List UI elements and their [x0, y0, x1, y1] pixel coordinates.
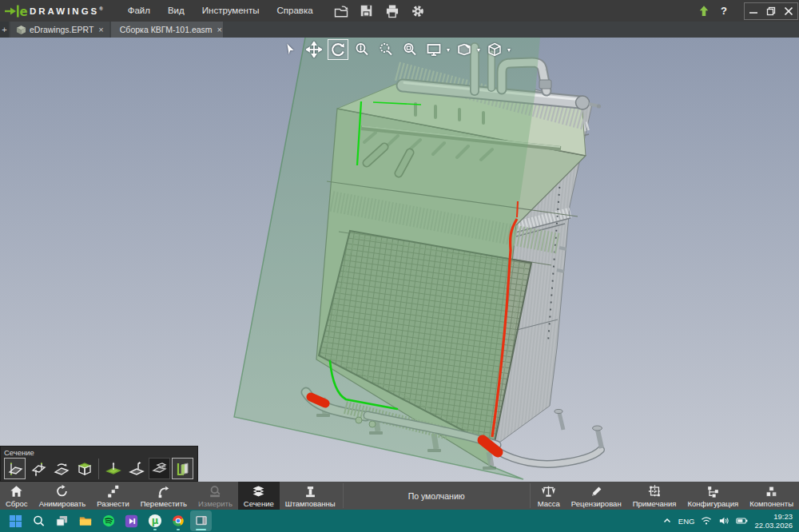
section-flip-button[interactable] [125, 458, 147, 479]
animate-button[interactable]: Анимировать [34, 482, 92, 510]
settings-gear-icon[interactable] [408, 2, 427, 21]
full-screen-dropdown-caret[interactable]: ▾ [447, 46, 450, 54]
spotify-icon [101, 514, 116, 528]
home-icon [9, 484, 24, 498]
speaker-icon[interactable] [718, 516, 729, 526]
markup-tool-button[interactable] [454, 39, 475, 60]
menu-view[interactable]: Вид [159, 0, 193, 22]
zoom-tool-button[interactable] [352, 39, 372, 60]
brand-text: DRAWINGS® [30, 6, 103, 16]
file-explorer-icon [78, 514, 93, 528]
configuration-tree-icon [706, 484, 721, 498]
titlebar-quick-toolbar [332, 2, 427, 21]
section-panel-separator [98, 459, 99, 479]
section-plane-xy-button[interactable] [4, 458, 26, 479]
stamped-button[interactable]: Штампованны [280, 482, 341, 510]
button-label: Рецензирован [571, 499, 622, 508]
menu-bar: Файл Вид Инструменты Справка [119, 0, 322, 22]
review-button[interactable]: Рецензирован [566, 482, 627, 510]
tab-close-icon[interactable]: × [98, 25, 103, 34]
close-button[interactable] [780, 3, 797, 19]
section-plane-zx-button[interactable] [27, 458, 49, 479]
edrawings-taskbar-button[interactable] [190, 510, 212, 531]
section-offset-up-button[interactable] [102, 458, 124, 479]
configuration-dropdown[interactable]: По умолчанию [343, 483, 531, 508]
view-orientation-button[interactable] [484, 39, 505, 60]
pan-tool-button[interactable] [304, 39, 324, 60]
explode-icon [105, 484, 121, 498]
section-button[interactable]: Сечение [238, 482, 280, 510]
edrawings-app-icon [194, 514, 209, 528]
title-bar: e DRAWINGS® Файл Вид Инструменты Справка [0, 0, 799, 22]
tab-edrawings-eprt[interactable]: eDrawings.EPRT × [10, 22, 109, 38]
spotify-button[interactable] [97, 510, 119, 531]
brand-reg-mark: ® [99, 6, 102, 11]
mass-scales-icon [541, 484, 556, 498]
configuration-value: По умолчанию [408, 491, 465, 501]
3d-viewport[interactable]: ▾ ▾ ▾ Сечение [0, 38, 799, 482]
move-component-button[interactable]: Переместить [135, 482, 193, 510]
task-view-icon [55, 514, 69, 528]
button-label: Компоненты [749, 499, 793, 508]
restore-button[interactable] [762, 3, 780, 19]
help-button[interactable]: ? [714, 5, 734, 17]
minimize-button[interactable] [745, 3, 762, 19]
section-show-plane-button[interactable] [149, 458, 170, 479]
rotate-tool-button[interactable] [328, 39, 348, 60]
measure-icon [208, 484, 223, 498]
button-label: Разнести [97, 499, 129, 508]
section-plane-rotate-button[interactable] [50, 458, 72, 479]
tab-close-icon[interactable]: × [217, 25, 222, 34]
media-player-button[interactable] [121, 510, 142, 531]
task-view-button[interactable] [51, 510, 73, 531]
chrome-button[interactable] [167, 510, 189, 531]
clock-date: 22.03.2026 [754, 521, 793, 530]
markup-dropdown-caret[interactable]: ▾ [477, 46, 480, 54]
document-tab-bar: + eDrawings.EPRT × Сборка КВГМ-101.easm … [0, 22, 799, 38]
menu-help[interactable]: Справка [268, 0, 321, 22]
save-icon[interactable] [357, 2, 376, 21]
print-icon[interactable] [383, 2, 402, 21]
animate-icon [54, 484, 70, 498]
annotations-button[interactable]: Примечания [627, 482, 682, 510]
section-cap-cube-button[interactable] [74, 458, 95, 479]
section-icon [251, 484, 266, 498]
search-icon [32, 514, 46, 528]
full-screen-button[interactable] [423, 39, 444, 60]
components-button[interactable]: Компоненты [744, 482, 799, 510]
zoom-fit-tool-button[interactable] [400, 39, 420, 60]
new-tab-button[interactable]: + [0, 22, 9, 38]
utorrent-button[interactable]: µ [144, 510, 165, 531]
tray-chevron-up-icon[interactable] [662, 516, 672, 526]
move-component-icon [156, 484, 171, 498]
button-label: Измерить [198, 499, 233, 508]
svg-text:e: e [20, 4, 28, 18]
section-cut-faces-button[interactable] [172, 458, 193, 479]
section-panel-buttons [4, 458, 197, 479]
share-publish-icon[interactable] [694, 2, 714, 21]
mass-button[interactable]: Масса [532, 482, 566, 510]
battery-icon[interactable] [736, 516, 748, 526]
tab-sborka-kvgm-101[interactable]: Сборка КВГМ-101.easm × [111, 22, 223, 38]
taskbar-search-button[interactable] [28, 510, 50, 531]
wifi-icon[interactable] [701, 516, 712, 526]
start-button[interactable] [5, 510, 26, 531]
tab-label: eDrawings.EPRT [30, 25, 93, 34]
select-tool-button[interactable] [280, 39, 300, 60]
3d-scene-boiler-model[interactable] [0, 38, 799, 482]
file-explorer-button[interactable] [74, 510, 96, 531]
language-indicator[interactable]: ENG [678, 517, 695, 526]
explode-button[interactable]: Разнести [91, 482, 135, 510]
button-label: Примечания [633, 499, 677, 508]
zoom-area-tool-button[interactable] [376, 39, 396, 60]
menu-tools[interactable]: Инструменты [193, 0, 268, 22]
button-label: Масса [538, 499, 560, 508]
configuration-button[interactable]: Конфигурация [682, 482, 745, 510]
clock[interactable]: 19:23 22.03.2026 [754, 512, 793, 530]
tab-label: Сборка КВГМ-101.easm [120, 25, 213, 34]
open-file-icon[interactable] [332, 2, 351, 21]
section-panel-title: Сечение [4, 448, 197, 457]
view-orientation-dropdown-caret[interactable]: ▾ [507, 46, 511, 54]
reset-button[interactable]: Сброс [0, 482, 34, 510]
menu-file[interactable]: Файл [119, 0, 159, 22]
